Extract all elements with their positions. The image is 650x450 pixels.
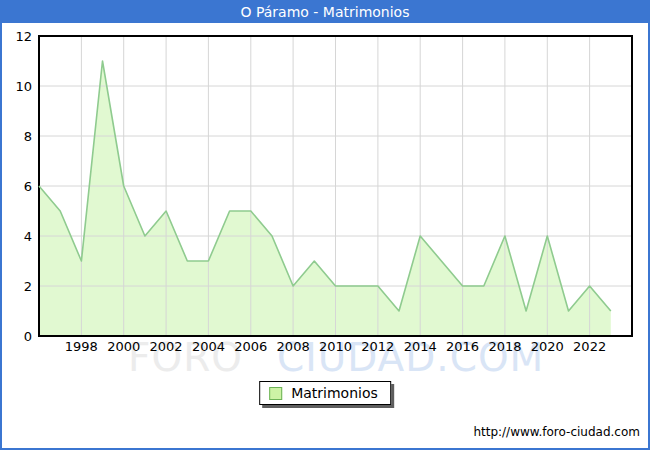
legend-label: Matrimonios: [291, 385, 378, 401]
page-title: O Páramo - Matrimonios: [241, 4, 410, 20]
footer-url: http://www.foro-ciudad.com: [473, 425, 640, 439]
y-tick-label: 8: [4, 129, 32, 144]
chart-frame: O Páramo - Matrimonios FOROCIUDAD.COM 19…: [0, 0, 650, 450]
y-tick-label: 0: [4, 329, 32, 344]
x-tick-label: 2014: [404, 339, 437, 354]
x-tick-label: 2008: [277, 339, 310, 354]
chart-title-bar: O Páramo - Matrimonios: [2, 2, 648, 23]
x-tick-label: 2022: [573, 339, 606, 354]
y-tick-label: 10: [4, 79, 32, 94]
plot-area: 1998200020022004200620082010201220142016…: [38, 35, 633, 337]
y-tick-label: 4: [4, 229, 32, 244]
area-chart: [38, 35, 633, 337]
x-tick-label: 2018: [488, 339, 521, 354]
legend: Matrimonios: [259, 381, 391, 405]
x-tick-label: 2020: [531, 339, 564, 354]
y-tick-label: 12: [4, 29, 32, 44]
x-tick-label: 2002: [150, 339, 183, 354]
y-tick-label: 2: [4, 279, 32, 294]
x-tick-label: 2012: [361, 339, 394, 354]
watermark-foro: FORO: [128, 335, 243, 380]
y-tick-label: 6: [4, 179, 32, 194]
x-tick-label: 2016: [446, 339, 479, 354]
x-tick-label: 1998: [65, 339, 98, 354]
x-tick-label: 2004: [192, 339, 225, 354]
x-tick-label: 2010: [319, 339, 352, 354]
legend-swatch-icon: [269, 387, 282, 400]
x-tick-label: 2006: [234, 339, 267, 354]
x-tick-label: 2000: [107, 339, 140, 354]
